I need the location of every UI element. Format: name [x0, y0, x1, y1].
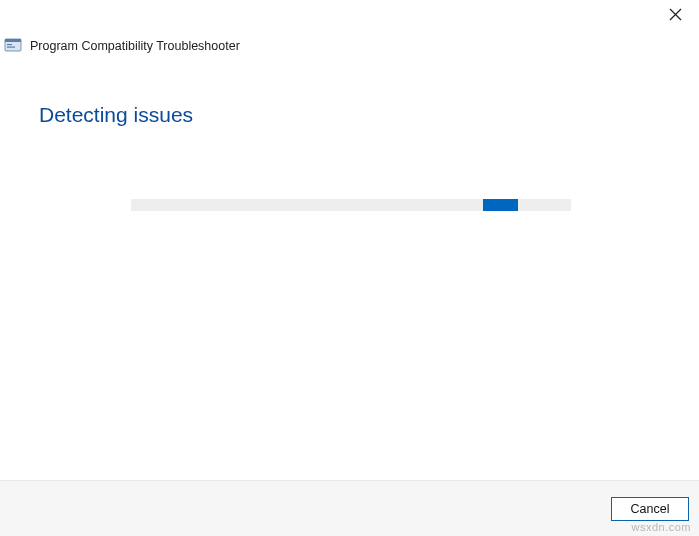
- close-icon: [669, 8, 682, 24]
- svg-rect-4: [7, 44, 12, 45]
- dialog-footer: Cancel: [0, 480, 699, 536]
- svg-rect-5: [7, 47, 15, 48]
- window-title: Program Compatibility Troubleshooter: [30, 39, 240, 53]
- troubleshooter-icon: [4, 38, 22, 54]
- svg-rect-3: [5, 39, 21, 42]
- progress-bar: [131, 199, 571, 211]
- window-header: Program Compatibility Troubleshooter: [4, 38, 240, 54]
- close-button[interactable]: [665, 6, 685, 26]
- watermark: wsxdn.com: [631, 521, 691, 533]
- cancel-button[interactable]: Cancel: [611, 497, 689, 521]
- progress-indicator: [483, 199, 518, 211]
- page-heading: Detecting issues: [39, 103, 193, 127]
